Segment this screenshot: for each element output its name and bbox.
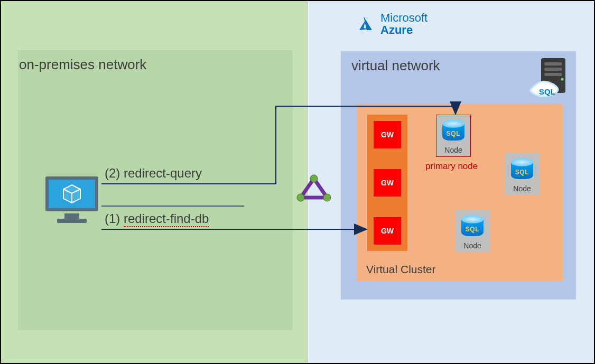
virtual-cluster-box: Virtual Cluster GW GW GW SQL Node primar… [357,104,563,281]
load-balancer-icon [295,174,332,204]
primary-node-label: primary node [425,161,478,172]
azure-brand-line2: Azure [380,23,413,36]
svg-rect-5 [544,73,562,76]
gateway-2: GW [374,169,401,197]
svg-rect-10 [64,213,79,219]
label-redirect-find-db-prefix: (1) [105,211,124,226]
label-redirect-find-db: (1) redirect-find-db [105,211,209,226]
svg-text:SQL: SQL [539,87,555,96]
sql-db-icon: SQL [511,158,533,182]
azure-logo: Microsoft Azure [356,12,427,36]
svg-point-15 [310,175,318,182]
sql-label: SQL [511,169,533,176]
node-caption: Node [463,241,481,250]
node-3: SQL Node [455,210,490,252]
client-computer-icon [43,174,100,226]
label-redirect-find-db-text: redirect-find-db [124,211,209,227]
svg-rect-11 [57,219,87,223]
svg-point-17 [297,194,304,201]
svg-rect-4 [544,68,562,71]
node-caption: Node [513,184,531,193]
azure-brand-line1: Microsoft [380,11,427,24]
gateway-1: GW [374,121,401,148]
node-primary: SQL Node [436,115,471,157]
node-2: SQL Node [505,153,540,195]
label-redirect-query: (2) redirect-query [105,166,202,181]
sql-server-icon: SQL [529,58,572,106]
svg-rect-3 [544,62,562,66]
diagram-canvas: on-premises network Microsoft Azure virt… [0,0,595,364]
onprem-title: on-premises network [19,57,146,73]
virtual-cluster-label: Virtual Cluster [366,263,436,276]
sql-label: SQL [442,130,464,137]
svg-marker-0 [364,16,372,30]
virtual-network-title: virtual network [351,58,440,74]
gateway-3: GW [374,217,401,245]
svg-point-16 [323,194,331,201]
sql-db-icon: SQL [442,119,464,144]
azure-icon [356,14,375,33]
sql-label: SQL [461,226,484,233]
gateway-column: GW GW GW [367,115,407,251]
svg-point-6 [561,78,563,80]
sql-db-icon: SQL [461,215,484,239]
node-caption: Node [444,146,462,154]
